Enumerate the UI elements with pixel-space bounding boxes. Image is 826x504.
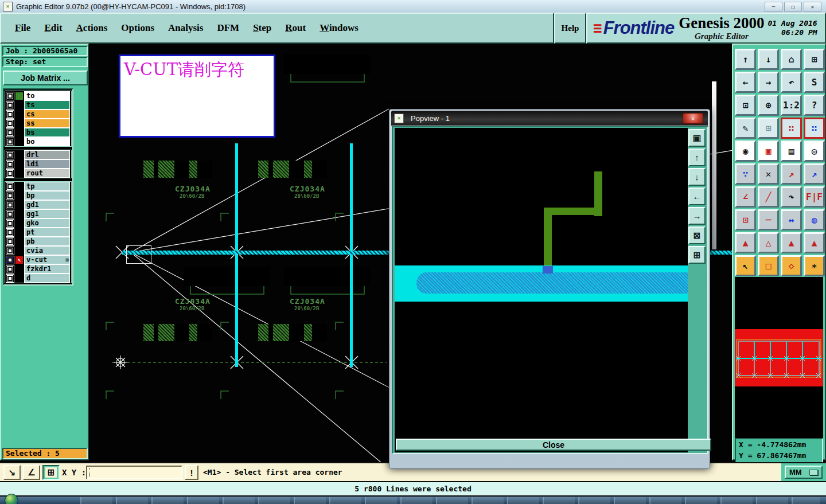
copy-pad-button[interactable]: ⊡ [735,209,756,230]
layer-visibility-checkbox[interactable] [6,192,14,200]
layer-name[interactable]: pt [24,228,70,237]
triangle-a-button[interactable]: ▲ [735,232,756,253]
zoom-expand-button[interactable]: ⊕ [758,95,779,116]
slope-line-button[interactable]: ╱ [758,186,779,208]
job-matrix-button[interactable]: Job Matrix ... [3,71,88,85]
measure-angle-button[interactable]: ∠ [735,186,756,208]
windows-taskbar[interactable] [0,497,826,504]
layer-visibility-checkbox[interactable] [6,229,14,236]
popview-window[interactable]: ✕ Popview - 1 ✕ ▣ ↑ ↓ [389,109,710,469]
rotate-button[interactable]: ↷ [781,186,802,208]
layer-name[interactable]: ss [24,119,70,128]
grid-button[interactable]: ⊞ [758,118,779,139]
layer-name[interactable]: to [24,91,70,100]
pan-left-button[interactable]: ← [735,72,756,93]
measure-width-button[interactable]: ↔ [781,209,802,230]
layer-visibility-checkbox[interactable] [6,275,14,282]
surface-edit-button[interactable]: ◍ [804,209,825,230]
triangle-d-button[interactable]: ▲ [804,232,825,253]
taskbar-buttons[interactable] [80,497,820,504]
layer-visibility-checkbox[interactable] [6,201,14,209]
layer-visibility-checkbox[interactable] [6,151,14,159]
net-highlight-b-button[interactable]: ∷ [804,118,825,139]
move-origin-button[interactable]: ↗ [781,163,802,185]
layer-visibility-checkbox[interactable] [6,129,14,136]
net-highlight-a-button[interactable]: ∷ [781,118,802,139]
symbol-mode-button[interactable]: ▣ [758,140,779,162]
triangle-c-button[interactable]: ▲ [781,232,802,253]
layer-name[interactable]: bo [24,137,70,146]
panel-overview-minimap[interactable] [735,277,823,440]
canvas-scrollbar[interactable] [712,81,716,249]
move-feature-button[interactable]: ↗ [804,163,825,185]
popview-zoom-in-button[interactable]: ↑ [688,149,706,166]
popview-pan-left-button[interactable]: ← [688,187,706,205]
menu-actions[interactable]: Actions [76,22,108,34]
layer-visibility-checkbox[interactable] [6,265,14,273]
layer-visibility-checkbox[interactable] [6,220,14,227]
layer-name[interactable]: tp [24,182,70,191]
layer-name[interactable]: ts [24,100,70,110]
alert-button[interactable]: ! [185,465,198,480]
menu-edit[interactable]: Edit [44,22,62,34]
layer-visibility-checkbox[interactable] [6,161,14,168]
zoom-in-button[interactable]: ↑ [735,49,756,70]
popview-detach-button[interactable]: ▣ [688,129,706,147]
layer-visibility-checkbox[interactable] [6,183,14,190]
layer-name[interactable]: gg1 [24,209,70,218]
home-view-button[interactable]: ⌂ [781,49,802,70]
stretch-button[interactable]: ─ [758,209,779,230]
grid-snap-button[interactable]: ⊞ [42,465,60,480]
xy-coordinate-input[interactable] [86,466,182,479]
layer-visibility-checkbox[interactable] [6,210,14,218]
menu-help[interactable]: Help [562,24,579,33]
measure-distance-button[interactable]: ↘ [3,465,21,480]
triangle-b-button[interactable]: △ [758,232,779,253]
delete-feature-button[interactable]: ✕ [758,163,779,185]
layer-name[interactable]: ldi [24,159,70,169]
measure-angle-button[interactable]: ∠ [23,465,40,480]
layer-visibility-checkbox[interactable] [6,101,14,109]
chain-select-button[interactable]: ∵ [735,163,756,185]
select-poly-button[interactable]: ◇ [781,255,802,276]
select-net-button[interactable]: ∗ [804,255,825,276]
menu-options[interactable]: Options [121,22,154,34]
layer-name[interactable]: gd1 [24,200,70,209]
layer-name[interactable]: v-cut⊞ [24,255,70,264]
popview-zoom-out-button[interactable]: ↓ [688,168,706,186]
minimize-button[interactable]: ─ [765,2,782,12]
vcut-line-vertical[interactable] [350,143,353,367]
ruler-button[interactable]: ▤ [781,140,802,162]
layer-visibility-checkbox[interactable] [6,138,14,146]
layer-visibility-checkbox[interactable] [6,238,14,245]
close-button[interactable]: ✕ [804,2,821,12]
pan-right-button[interactable]: → [758,72,779,93]
layer-visibility-checkbox[interactable] [6,111,14,118]
zoom-contract-button[interactable]: ⊡ [735,95,756,116]
serpentine-button[interactable]: S [804,72,825,93]
pad-mode-button[interactable]: ◎ [804,140,825,162]
window-titlebar[interactable]: ✕ Graphic Editor 9.07b2 (00@HY-HYCAM-PC0… [0,0,826,13]
menu-step[interactable]: Step [253,22,271,34]
layer-name[interactable]: drl [24,150,70,159]
layer-name[interactable]: d [24,274,70,283]
units-dropdown[interactable]: MM [785,466,823,479]
popview-close-button[interactable]: ✕ [683,113,703,124]
vcut-line-vertical[interactable] [235,143,238,367]
popview-zoom-contract-button[interactable]: ⊠ [688,226,706,244]
menu-dfm[interactable]: DFM [217,22,239,34]
help-button[interactable]: ? [804,95,825,116]
menu-analysis[interactable]: Analysis [168,22,203,34]
draw-tools-button[interactable]: ✎ [735,118,756,139]
layer-name[interactable]: rout [24,169,70,178]
select-single-button[interactable]: ↖ [735,255,756,276]
maximize-button[interactable]: □ [784,2,802,12]
layer-visibility-checkbox[interactable] [6,120,14,127]
popview-titlebar[interactable]: ✕ Popview - 1 ✕ [391,111,708,126]
previous-view-button[interactable]: ↶ [781,72,802,93]
layer-name[interactable]: gko [24,218,70,228]
menu-windows[interactable]: Windows [320,22,359,34]
layer-visibility-checkbox[interactable] [6,247,14,255]
layer-visibility-checkbox[interactable] [6,92,14,100]
layer-name[interactable]: fzkdr1 [24,264,70,274]
